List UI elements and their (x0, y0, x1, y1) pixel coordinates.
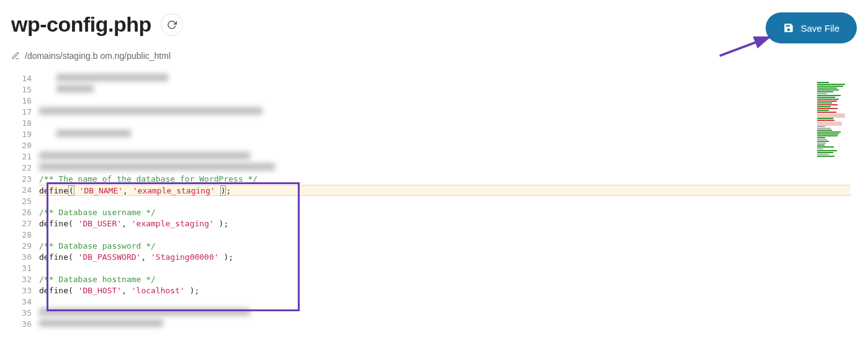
title-area: wp-config.php (11, 12, 183, 37)
line-number: 14 (11, 73, 32, 84)
line-number: 21 (11, 151, 32, 162)
line-number: 28 (11, 229, 32, 241)
line-number: 15 (11, 84, 32, 95)
line-number: 16 (11, 95, 32, 107)
line-number: 31 (11, 263, 32, 274)
line-number: 18 (11, 118, 32, 129)
code-line (39, 73, 857, 84)
line-number: 29 (11, 241, 32, 252)
line-number: 30 (11, 252, 32, 263)
code-line (39, 95, 857, 107)
save-button-label: Save File (800, 23, 839, 33)
code-line: define( 'DB_HOST', 'localhost' ); (39, 285, 857, 296)
line-number: 22 (11, 162, 32, 174)
line-number: 33 (11, 285, 32, 296)
line-number: 24 (11, 185, 32, 196)
code-line (39, 84, 857, 95)
line-number: 25 (11, 196, 32, 207)
code-line (39, 229, 857, 241)
code-line: /** Database username */ (39, 207, 857, 218)
save-button[interactable]: Save File (766, 12, 857, 43)
code-line: define( 'DB_NAME', 'example_staging' ); (39, 185, 851, 196)
line-number: 34 (11, 296, 32, 308)
code-line (39, 140, 857, 151)
pencil-icon (11, 51, 20, 60)
code-editor[interactable]: 1415161718192021222324252627282930313233… (11, 73, 857, 330)
editor-wrap: 1415161718192021222324252627282930313233… (11, 73, 857, 330)
code-line (39, 129, 857, 140)
code-line (39, 196, 857, 207)
line-gutter: 1415161718192021222324252627282930313233… (11, 73, 39, 330)
save-icon (783, 22, 794, 33)
line-number: 26 (11, 207, 32, 218)
breadcrumb: /domains/staging.b om.ng/public_html (0, 48, 868, 73)
code-line: define( 'DB_PASSWORD', 'Staging00000' ); (39, 252, 857, 263)
code-line: define( 'DB_USER', 'example_staging' ); (39, 218, 857, 229)
line-number: 32 (11, 274, 32, 285)
code-line (39, 118, 857, 129)
code-line (39, 319, 857, 330)
page-title: wp-config.php (11, 12, 151, 37)
line-number: 35 (11, 308, 32, 319)
line-number: 27 (11, 218, 32, 229)
line-number: 23 (11, 174, 32, 185)
reload-icon (167, 20, 177, 30)
code-line: /** Database hostname */ (39, 274, 857, 285)
code-line (39, 162, 857, 174)
code-line (39, 263, 857, 274)
line-number: 20 (11, 140, 32, 151)
line-number: 17 (11, 107, 32, 118)
line-number: 36 (11, 319, 32, 330)
reload-button[interactable] (161, 14, 183, 36)
editor-header: wp-config.php Save File (0, 0, 868, 48)
code-line: /** The name of the database for WordPre… (39, 174, 857, 185)
minimap[interactable] (817, 82, 857, 187)
code-line (39, 107, 857, 118)
breadcrumb-path: /domains/staging.b om.ng/public_html (25, 51, 171, 61)
code-line: /** Database password */ (39, 241, 857, 252)
code-line (39, 308, 857, 319)
code-line (39, 296, 857, 308)
line-number: 19 (11, 129, 32, 140)
code-line (39, 151, 857, 162)
code-area[interactable]: /** The name of the database for WordPre… (39, 73, 857, 330)
